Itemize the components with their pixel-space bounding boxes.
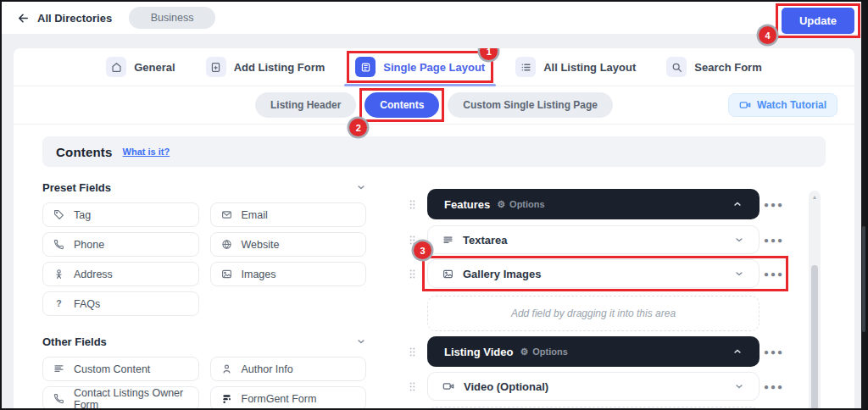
chevron-down-icon (356, 182, 366, 192)
chevron-down-icon[interactable] (734, 235, 744, 245)
align-left-icon (53, 363, 64, 374)
subtab-label: Contents (380, 99, 424, 111)
person-icon (221, 363, 232, 374)
person-pin-icon (53, 269, 64, 280)
directory-chip[interactable]: Business (129, 7, 215, 29)
other-fields-header[interactable]: Other Fields (42, 335, 366, 348)
field-row-video-optional: Video (Optional) ●●● (400, 372, 788, 401)
browser-scrollbar[interactable] (861, 2, 866, 408)
gallery-icon (442, 269, 453, 280)
chevron-up-icon[interactable] (732, 199, 743, 209)
field-chip-label: Website (242, 239, 280, 251)
field-chip-label: Custom Content (74, 363, 150, 375)
update-button-wrap: Update 4 (782, 8, 854, 34)
tab-search-form[interactable]: Search Form (666, 57, 761, 77)
annotation-badge-3: 3 (414, 241, 431, 259)
layout-builder: Features ⚙ Options ●●● (366, 189, 826, 410)
field-chip-author-info[interactable]: Author Info (210, 357, 367, 381)
group-row-features: Features ⚙ Options ●●● (400, 189, 788, 219)
group-options-button[interactable]: ⚙ Options (520, 346, 567, 357)
kebab-menu-icon[interactable]: ●●● (760, 235, 788, 245)
kebab-menu-icon[interactable]: ●●● (760, 269, 788, 279)
settings-card: General Add Listing Form Single Page Lay… (14, 48, 854, 410)
field-chip-label: Tag (74, 209, 91, 221)
builder-scrollbar[interactable]: ▲ (809, 191, 821, 410)
field-chip-website[interactable]: Website (210, 232, 367, 257)
tag-icon (53, 209, 64, 220)
field-box-gallery-images[interactable]: Gallery Images (427, 259, 760, 288)
video-camera-icon (739, 99, 751, 111)
group-header-listing-video[interactable]: Listing Video ⚙ Options (427, 336, 760, 367)
field-dropzone[interactable]: Add field by dragging it into this area (427, 296, 760, 331)
watch-tutorial-label: Watch Tutorial (757, 99, 826, 111)
home-icon (106, 57, 126, 77)
field-box-video-optional[interactable]: Video (Optional) (427, 372, 760, 401)
tab-label: Single Page Layout (383, 61, 485, 74)
back-to-directories[interactable]: All Directories (17, 12, 112, 25)
annotation-badge-1: 1 (480, 48, 498, 60)
field-chip-label: Email (242, 209, 268, 221)
field-chip-contact-owner-form[interactable]: Contact Listings Owner Form (42, 386, 199, 410)
field-chip-custom-content[interactable]: Custom Content (42, 357, 199, 381)
chevron-up-icon[interactable] (732, 346, 743, 357)
preset-fields-header[interactable]: Preset Fields (42, 180, 366, 194)
group-options-button[interactable]: ⚙ Options (497, 199, 544, 209)
field-chip-faqs[interactable]: ? FAQs (42, 291, 199, 316)
other-fields-grid: Custom Content Author Info Contact Listi… (42, 357, 366, 410)
kebab-menu-icon[interactable]: ●●● (760, 200, 788, 209)
field-chip-label: Phone (74, 239, 104, 251)
tab-label: All Listing Layout (543, 61, 636, 74)
list-icon (515, 57, 536, 77)
gear-icon: ⚙ (497, 200, 505, 209)
builder-rows: Features ⚙ Options ●●● (400, 189, 788, 410)
annotation-badge-4: 4 (759, 26, 776, 44)
group-row-listing-video: Listing Video ⚙ Options ●●● (400, 336, 788, 367)
chevron-down-icon (356, 336, 366, 346)
group-header-features[interactable]: Features ⚙ Options (427, 189, 760, 219)
drag-handle-icon[interactable] (400, 381, 427, 392)
subtab-listing-header[interactable]: Listing Header (255, 92, 356, 118)
field-dropzone[interactable] (427, 407, 760, 410)
drag-handle-icon[interactable] (400, 269, 427, 280)
globe-icon (221, 239, 232, 250)
kebab-menu-icon[interactable]: ●●● (760, 382, 788, 391)
field-chip-label: Contact Listings Owner Form (74, 387, 188, 410)
watch-tutorial-button[interactable]: Watch Tutorial (728, 93, 837, 117)
browser-scrollbar-thumb[interactable] (862, 226, 865, 332)
scrollbar-thumb[interactable] (811, 265, 818, 410)
kebab-menu-icon[interactable]: ●●● (760, 347, 788, 357)
field-chip-email[interactable]: Email (210, 202, 367, 227)
field-chip-address[interactable]: Address (42, 262, 199, 286)
tab-single-page-layout[interactable]: Single Page Layout 1 (355, 57, 485, 77)
drag-handle-icon[interactable] (400, 199, 427, 210)
tab-all-listing-layout[interactable]: All Listing Layout (515, 57, 636, 77)
field-chip-tag[interactable]: Tag (42, 202, 199, 227)
contents-panel: Contents What is it? Preset Fields (14, 125, 854, 410)
subtab-custom-single-listing-page[interactable]: Custom Single Listing Page (448, 92, 613, 118)
what-is-it-link[interactable]: What is it? (123, 147, 170, 157)
primary-tabs: General Add Listing Form Single Page Lay… (14, 48, 854, 86)
image-icon (221, 269, 232, 280)
preset-fields-grid: Tag Email Phone Website (42, 202, 366, 316)
contents-banner: Contents What is it? (42, 136, 826, 167)
tab-label: Add Listing Form (234, 61, 326, 74)
page-title: Contents (56, 145, 113, 159)
scroll-up-arrow-icon[interactable]: ▲ (809, 194, 821, 200)
tab-label: General (134, 61, 175, 74)
field-chip-images[interactable]: Images (210, 262, 367, 286)
layout-icon (355, 57, 376, 77)
chevron-down-icon[interactable] (734, 269, 744, 279)
drag-handle-icon[interactable] (400, 346, 427, 357)
field-chip-phone[interactable]: Phone (42, 232, 199, 257)
update-button[interactable]: Update (782, 8, 854, 34)
field-chip-formgent-form[interactable]: FormGent Form (210, 386, 367, 410)
chevron-down-icon[interactable] (734, 381, 744, 391)
svg-text:?: ? (56, 298, 61, 308)
tab-general[interactable]: General (106, 57, 175, 77)
subtab-contents[interactable]: Contents 2 (364, 92, 439, 118)
field-box-textarea[interactable]: Textarea (427, 225, 760, 254)
topbar: All Directories Business Update 4 (2, 2, 866, 34)
form-add-icon (206, 57, 226, 77)
secondary-tabs: Listing Header Contents 2 Custom Single … (14, 86, 854, 125)
tab-add-listing-form[interactable]: Add Listing Form (206, 57, 326, 77)
